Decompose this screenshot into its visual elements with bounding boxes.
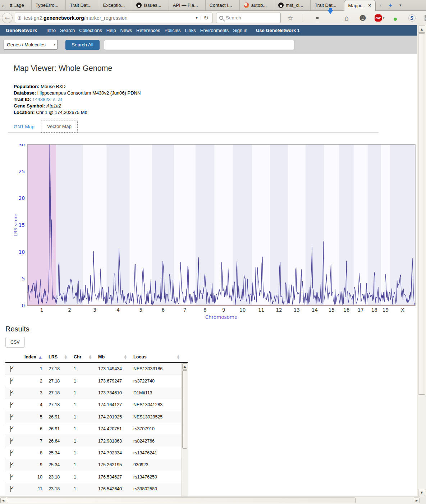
lrs-column-header[interactable]: LRS ▲▼: [44, 354, 69, 359]
global-search-input[interactable]: [104, 40, 294, 50]
svg-text:1: 1: [40, 307, 43, 313]
browser-tab[interactable]: Contact I...: [206, 0, 240, 10]
sort-icon[interactable]: ▲▼: [124, 354, 127, 359]
row-checkbox[interactable]: [10, 450, 11, 456]
browser-tab[interactable]: mst_cl...: [274, 0, 311, 10]
nav-link[interactable]: Help: [106, 28, 116, 33]
tab-close-icon[interactable]: ✕: [368, 3, 371, 8]
map-tab[interactable]: GN1 Map: [8, 121, 40, 133]
downloads-icon[interactable]: [326, 14, 335, 22]
genenetwork-brand[interactable]: GeneNetwork: [6, 28, 37, 33]
site-identity-icon[interactable]: ⊕: [17, 15, 22, 21]
browser-tab[interactable]: TypeErro...: [32, 0, 66, 10]
sort-icon[interactable]: ▲▼: [177, 354, 179, 359]
results-table-header: Index ▲ LRS ▲▼ Chr ▲▼ Mb ▲▼ Locus ▲▼: [5, 352, 188, 363]
svg-text:8: 8: [203, 307, 207, 313]
row-checkbox[interactable]: [10, 378, 11, 384]
cell-index: 1: [22, 366, 44, 371]
scroll-right-arrow-icon[interactable]: ▶: [414, 498, 420, 503]
cell-locus: rs33802580: [129, 486, 182, 491]
browser-tab[interactable]: autob...: [240, 0, 274, 10]
search-all-button[interactable]: Search All: [65, 40, 100, 50]
nav-link[interactable]: Search: [60, 28, 75, 33]
browser-tab[interactable]: Issues...: [132, 0, 169, 10]
results-table: Index ▲ LRS ▲▼ Chr ▲▼ Mb ▲▼ Locus ▲▼: [5, 352, 188, 496]
nav-link[interactable]: Links: [185, 28, 196, 33]
page-horizontal-scrollbar[interactable]: ◀ ▶: [0, 496, 420, 504]
row-checkbox[interactable]: [10, 438, 11, 444]
csv-export-button[interactable]: CSV: [5, 337, 25, 348]
browser-tab[interactable]: Trait Dat...: [311, 0, 344, 10]
chat-icon[interactable]: ☻: [358, 14, 367, 22]
tab-scroll-right-icon[interactable]: ›: [376, 2, 385, 9]
page-vertical-scrollbar[interactable]: ▲ ▼: [417, 25, 426, 496]
index-column-header[interactable]: Index ▲: [22, 354, 44, 359]
scroll-up-arrow-icon[interactable]: ▲: [418, 26, 425, 33]
row-checkbox[interactable]: [10, 390, 11, 396]
scroll-down-arrow-icon[interactable]: ▼: [418, 489, 425, 496]
svg-text:12: 12: [276, 307, 282, 313]
search-category-select[interactable]: Genes / Molecules ▾: [4, 40, 58, 50]
row-checkbox[interactable]: [10, 462, 11, 468]
cell-chr: 1: [69, 462, 93, 467]
nav-link[interactable]: News: [120, 28, 132, 33]
browser-tab[interactable]: API — Fla...: [169, 0, 206, 10]
sort-asc-icon[interactable]: ▲: [39, 356, 42, 358]
row-checkbox[interactable]: [10, 486, 11, 492]
trait-info-row: Gene Symbol: Atp1a2: [14, 103, 417, 109]
toolbar-separator: [302, 14, 302, 22]
scrollbar-thumb[interactable]: [418, 33, 425, 395]
back-button[interactable]: ←: [2, 13, 13, 23]
bookmark-star-icon[interactable]: ☆: [286, 14, 294, 22]
nav-link[interactable]: Collections: [79, 28, 102, 33]
url-bar[interactable]: ⊕ test-gn2.genenetwork.org/marker_regres…: [15, 13, 212, 23]
new-tab-button[interactable]: +: [385, 2, 396, 9]
row-checkbox[interactable]: [10, 366, 11, 372]
cell-mb: 174.792334: [93, 450, 129, 455]
mb-column-header[interactable]: Mb ▲▼: [93, 354, 129, 359]
adblock-icon[interactable]: ABP ▾: [375, 14, 385, 22]
cell-locus: NES13029525: [129, 414, 182, 420]
home-icon[interactable]: ⌂: [342, 14, 351, 22]
scrollbar-thumb[interactable]: [7, 498, 356, 503]
s-extension-icon[interactable]: S: [408, 14, 417, 22]
browser-tab[interactable]: Exceptio...: [99, 0, 133, 10]
map-tab[interactable]: Vector Map: [41, 120, 78, 133]
row-checkbox[interactable]: [10, 474, 11, 480]
scroll-up-arrow-icon[interactable]: ▲: [182, 363, 187, 370]
browser-tab-bar: ‹ tt...age TypeErro... Trait Dat... Exce…: [0, 0, 426, 11]
row-checkbox[interactable]: [10, 426, 11, 432]
table-scrollbar[interactable]: ▲: [182, 363, 188, 496]
url-text[interactable]: test-gn2.genenetwork.org/marker_regressi…: [24, 15, 193, 21]
scrollbar-thumb[interactable]: [182, 370, 187, 449]
sort-icon[interactable]: ▲▼: [89, 354, 91, 359]
selenium-extension-icon[interactable]: Se: [425, 15, 426, 21]
info-value: Hippocampus Consortium M430v2 (Jun06) PD…: [37, 90, 141, 96]
trait-info-row: Location: Chr 1 @ 174.202675 Mb: [14, 109, 417, 116]
chr-column-header[interactable]: Chr ▲▼: [69, 354, 93, 359]
sort-icon[interactable]: ▲▼: [65, 354, 67, 359]
row-checkbox[interactable]: [10, 414, 11, 420]
reload-icon[interactable]: ↻: [201, 14, 210, 21]
url-dropdown-caret-icon[interactable]: ▾: [193, 16, 201, 20]
row-checkbox[interactable]: [10, 402, 11, 408]
locus-column-header[interactable]: Locus ▲▼: [129, 354, 182, 359]
nav-link[interactable]: Environments: [200, 28, 229, 33]
cell-locus: 930923: [129, 462, 182, 467]
tab-favicon: [278, 3, 284, 8]
browser-search-box[interactable]: Search: [216, 13, 281, 23]
scroll-left-arrow-icon[interactable]: ◀: [0, 498, 6, 503]
all-tabs-caret-icon[interactable]: ▾: [396, 3, 405, 8]
cell-mb: 173.679247: [93, 379, 129, 384]
browser-tab[interactable]: tt...age: [6, 0, 32, 10]
tab-scroll-left-icon[interactable]: ‹: [0, 0, 6, 10]
svg-text:14: 14: [312, 307, 318, 313]
nav-link[interactable]: References: [136, 28, 160, 33]
browser-tab[interactable]: Mappi... ✕: [344, 0, 376, 11]
svg-text:0: 0: [22, 303, 25, 308]
use-genenetwork1-link[interactable]: Use GeneNetwork 1: [256, 28, 300, 33]
browser-tab[interactable]: Trait Dat...: [66, 0, 99, 10]
nav-link[interactable]: Intro: [46, 28, 56, 33]
nav-link[interactable]: Policies: [165, 28, 181, 33]
nav-link[interactable]: Sign in: [233, 28, 247, 33]
